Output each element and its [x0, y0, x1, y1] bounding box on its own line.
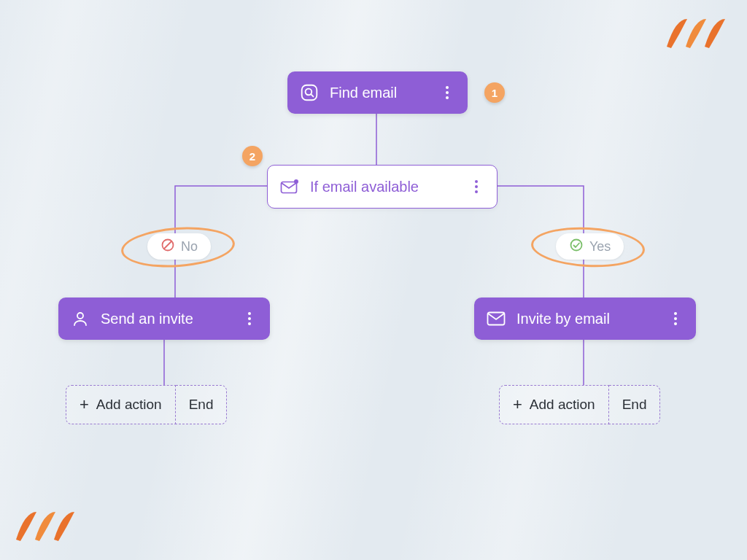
no-icon — [160, 238, 175, 255]
svg-point-11 — [77, 313, 83, 319]
add-group-right: + Add action End — [499, 385, 660, 424]
brand-logo-top — [665, 15, 732, 52]
node-find-email[interactable]: Find email — [287, 71, 468, 114]
branch-yes-pill[interactable]: Yes — [556, 233, 624, 260]
node-label: Send an invite — [101, 311, 241, 327]
end-label: End — [189, 397, 214, 413]
svg-line-9 — [164, 241, 171, 249]
add-action-label: Add action — [96, 397, 162, 413]
add-action-label: Add action — [530, 397, 595, 413]
plus-icon: + — [513, 395, 522, 414]
brand-logo-bottom — [15, 508, 82, 545]
node-invite-by-email[interactable]: Invite by email — [474, 298, 696, 340]
kebab-menu-icon[interactable] — [468, 180, 485, 193]
person-icon — [70, 308, 90, 329]
svg-line-5 — [311, 94, 313, 96]
node-label: Find email — [330, 85, 438, 101]
end-button[interactable]: End — [609, 385, 661, 424]
yes-icon — [569, 238, 584, 255]
step-badge-1: 1 — [484, 82, 505, 103]
add-group-left: + Add action End — [66, 385, 227, 424]
add-action-button[interactable]: + Add action — [499, 385, 609, 424]
svg-rect-3 — [302, 85, 317, 101]
node-send-invite[interactable]: Send an invite — [58, 298, 270, 340]
step-badge-2: 2 — [242, 146, 263, 166]
node-label: Invite by email — [516, 311, 667, 327]
kebab-menu-icon[interactable] — [667, 312, 684, 325]
kebab-menu-icon[interactable] — [438, 86, 456, 99]
branch-label: No — [181, 239, 198, 254]
node-if-email-available[interactable]: If email available — [267, 165, 498, 209]
add-action-button[interactable]: + Add action — [66, 385, 176, 424]
branch-no-pill[interactable]: No — [147, 233, 211, 260]
kebab-menu-icon[interactable] — [241, 312, 258, 325]
node-label: If email available — [310, 179, 468, 195]
end-button[interactable]: End — [176, 385, 228, 424]
plus-icon: + — [80, 395, 89, 414]
end-label: End — [622, 397, 647, 413]
svg-point-7 — [294, 179, 298, 184]
svg-point-10 — [571, 240, 582, 251]
mail-icon — [486, 308, 506, 329]
search-icon — [299, 82, 320, 103]
mail-notify-icon — [279, 176, 300, 197]
branch-label: Yes — [589, 239, 611, 254]
